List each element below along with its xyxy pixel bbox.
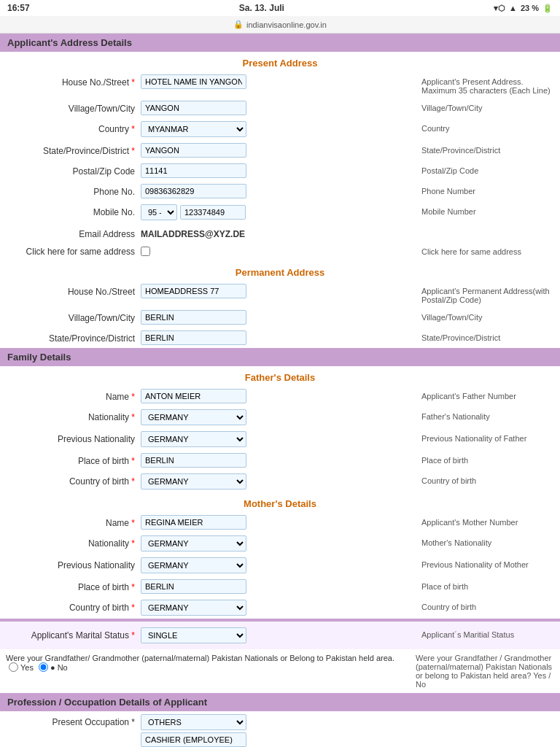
father-pob-input[interactable]: [141, 453, 246, 468]
mother-prev-nationality-row: Previous Nationality GERMANY Previous Na…: [0, 554, 560, 576]
father-pob-row: Place of birth * Place of birth: [0, 450, 560, 471]
mother-pob-hint: Place of birth: [416, 579, 554, 591]
signal-icon: ▲: [509, 4, 517, 12]
browser-bar: 🔒 indianvisaonline.gov.in: [0, 16, 560, 34]
status-date: Sa. 13. Juli: [239, 3, 284, 13]
mobile-label: Mobile No.: [6, 204, 141, 217]
village-row: Village/Town/City Village/Town/City: [0, 98, 560, 118]
permanent-address-heading: Permanent Address: [0, 261, 560, 281]
mobile-phone-row: 95 -: [141, 204, 416, 220]
perm-house-input[interactable]: [141, 284, 246, 298]
father-name-input[interactable]: [141, 389, 246, 403]
father-cob-input-area: GERMANY: [141, 473, 416, 489]
perm-village-input-area: [141, 310, 416, 325]
mobile-input[interactable]: [180, 205, 246, 220]
status-icons: ▾⬡ ▲ 23 % 🔋: [494, 4, 553, 13]
mother-cob-hint: Country of birth: [416, 600, 554, 611]
pakistan-question-row: Were your Grandfather/ Grandmother (pate…: [0, 649, 560, 693]
phone-input[interactable]: [141, 184, 246, 198]
family-section-header: Family Details: [0, 348, 560, 366]
marital-status-row: Applicant's Marital Status * SINGLE Appl…: [0, 622, 560, 649]
father-name-row: Name * Applicant's Father Number: [0, 386, 560, 406]
same-address-checkbox[interactable]: [141, 247, 150, 256]
country-select[interactable]: MYANMAR: [141, 121, 246, 137]
browser-url: indianvisaonline.gov.in: [246, 20, 327, 29]
father-nationality-row: Nationality * GERMANY Father's Nationali…: [0, 406, 560, 428]
village-input[interactable]: [141, 101, 246, 115]
email-row: Email Address MAILADDRESS@XYZ.DE: [0, 223, 560, 242]
postal-hint: Postal/Zip Code: [416, 163, 554, 175]
pakistan-yes-label[interactable]: Yes: [9, 662, 34, 672]
mother-cob-input-area: GERMANY: [141, 600, 416, 616]
scroll-area[interactable]: Applicant's Address Details Present Addr…: [0, 34, 560, 747]
father-cob-hint: Country of birth: [416, 473, 554, 485]
pakistan-question-left: Were your Grandfather/ Grandmother (pate…: [6, 654, 416, 673]
present-occupation-text[interactable]: [141, 732, 246, 747]
email-value: MAILADDRESS@XYZ.DE: [141, 226, 245, 239]
perm-state-input[interactable]: [141, 330, 246, 345]
perm-house-label: House No./Street: [6, 284, 141, 297]
marital-status-select[interactable]: SINGLE: [141, 627, 246, 643]
mother-name-input[interactable]: [141, 515, 246, 530]
mother-nationality-input-area: GERMANY: [141, 535, 416, 551]
state-label: State/Province/District *: [6, 143, 141, 156]
house-street-input[interactable]: [141, 74, 246, 89]
father-cob-label: Country of birth *: [6, 473, 141, 487]
mother-cob-row: Country of birth * GERMANY Country of bi…: [0, 597, 560, 619]
father-nationality-input-area: GERMANY: [141, 409, 416, 425]
postal-label: Postal/Zip Code: [6, 163, 141, 177]
mother-prev-nationality-hint: Previous Nationality of Mother: [416, 557, 554, 569]
country-hint: Country: [416, 121, 554, 133]
mother-nationality-select[interactable]: GERMANY: [141, 535, 246, 551]
state-input[interactable]: [141, 143, 246, 158]
perm-village-input[interactable]: [141, 310, 246, 325]
perm-state-label: State/Province/District: [6, 330, 141, 344]
present-occupation-hint: [416, 714, 554, 717]
father-prev-nationality-input-area: GERMANY: [141, 431, 416, 447]
country-label: Country *: [6, 121, 141, 134]
mobile-hint: Mobile Number: [416, 204, 554, 216]
country-input-area: MYANMAR: [141, 121, 416, 137]
mother-cob-label: Country of birth *: [6, 600, 141, 613]
father-prev-nationality-select[interactable]: GERMANY: [141, 431, 246, 447]
state-hint: State/Province/District: [416, 143, 554, 155]
house-street-label: House No./Street *: [6, 74, 141, 88]
mother-name-input-area: [141, 515, 416, 530]
postal-input[interactable]: [141, 163, 246, 178]
father-cob-select[interactable]: GERMANY: [141, 473, 246, 489]
present-occupation-row: Present Occupation * OTHERS: [0, 711, 560, 747]
mother-cob-select[interactable]: GERMANY: [141, 600, 246, 616]
father-pob-hint: Place of birth: [416, 453, 554, 465]
phone-row: Phone No. Phone Number: [0, 181, 560, 201]
father-nationality-select[interactable]: GERMANY: [141, 409, 246, 425]
pakistan-question-right: Were your Grandfather / Grandmother (pat…: [416, 654, 554, 689]
mother-nationality-row: Nationality * GERMANY Mother's Nationali…: [0, 533, 560, 554]
present-address-heading: Present Address: [0, 52, 560, 71]
pakistan-no-label[interactable]: ●No: [39, 662, 68, 672]
email-hint: [416, 226, 554, 229]
pakistan-yes-radio[interactable]: [9, 662, 18, 672]
wifi-icon: ▾⬡: [494, 4, 505, 13]
mother-name-row: Name * Applicant's Mother Number: [0, 512, 560, 533]
mother-pob-input-area: [141, 579, 416, 594]
father-prev-nationality-row: Previous Nationality GERMANY Previous Na…: [0, 428, 560, 450]
phone-hint: Phone Number: [416, 184, 554, 196]
perm-village-label: Village/Town/City: [6, 310, 141, 323]
mother-pob-input[interactable]: [141, 579, 246, 594]
lock-icon: 🔒: [233, 20, 244, 29]
email-label: Email Address: [6, 226, 141, 239]
battery-text: 23 %: [521, 4, 539, 12]
mother-name-hint: Applicant's Mother Number: [416, 515, 554, 527]
marital-status-hint: Applicant´s Maritial Status: [416, 627, 554, 639]
present-occupation-select[interactable]: OTHERS: [141, 714, 246, 730]
village-label: Village/Town/City: [6, 101, 141, 114]
mobile-country-select[interactable]: 95 -: [141, 204, 177, 220]
father-heading: Father's Details: [0, 366, 560, 386]
perm-village-hint: Village/Town/City: [416, 310, 554, 322]
pakistan-no-radio[interactable]: [39, 662, 48, 672]
mother-pob-row: Place of birth * Place of birth: [0, 576, 560, 597]
mother-prev-nationality-select[interactable]: GERMANY: [141, 557, 246, 573]
village-hint: Village/Town/City: [416, 101, 554, 112]
status-time: 16:57: [7, 3, 30, 13]
status-bar: 16:57 Sa. 13. Juli ▾⬡ ▲ 23 % 🔋: [0, 0, 560, 16]
